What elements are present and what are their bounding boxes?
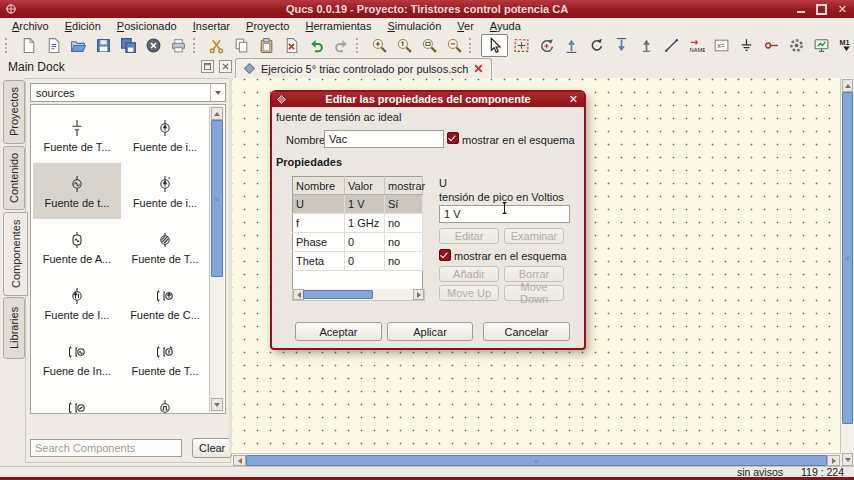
menu-insertar[interactable]: Insertar	[185, 19, 238, 33]
menu-archivo[interactable]: Archivo	[4, 19, 57, 33]
scroll-left-icon[interactable]	[233, 455, 246, 466]
table-row-selected[interactable]: U 1 V Sí	[293, 195, 423, 214]
set-marker-button[interactable]: M1	[835, 35, 854, 56]
pointer-button[interactable]	[481, 34, 508, 57]
component-item[interactable]: Pulso de Te...	[121, 387, 209, 414]
edit-button[interactable]: Editar	[439, 228, 499, 244]
menu-ayuda[interactable]: Ayuda	[482, 19, 529, 33]
menu-herramientas[interactable]: Herramientas	[297, 19, 379, 33]
close-icon[interactable]: ✕	[838, 4, 847, 15]
component-item[interactable]: Fuente de I...	[33, 275, 121, 331]
clear-button[interactable]: Clear	[192, 438, 232, 458]
insert-equation-button[interactable]: x=	[710, 35, 733, 56]
canvas-vertical-scrollbar[interactable]: ≡	[840, 78, 854, 467]
undo-button[interactable]	[305, 35, 328, 56]
dialog-close-icon[interactable]: ✕	[569, 93, 578, 106]
cancel-button[interactable]: Cancelar	[483, 322, 570, 341]
column-header[interactable]: Valor	[345, 177, 385, 195]
scrollbar-thumb[interactable]: ≡	[246, 455, 827, 466]
save-button[interactable]	[92, 35, 115, 56]
ok-button[interactable]: Aceptar	[295, 322, 382, 341]
component-item[interactable]: Fuente de T...	[33, 107, 121, 163]
scrollbar-thumb[interactable]: ≡	[211, 120, 223, 277]
delete-button[interactable]	[280, 35, 303, 56]
rotate-button[interactable]	[535, 35, 558, 56]
zoom-in-button[interactable]	[368, 35, 391, 56]
component-item[interactable]: Fuene de In...	[33, 331, 121, 387]
zoom-reset-button[interactable]	[393, 35, 416, 56]
insert-wire-label-button[interactable]: NAME	[685, 35, 708, 56]
tab-close-icon[interactable]	[474, 64, 483, 73]
component-item[interactable]: Fuente de T...	[121, 219, 209, 275]
search-input[interactable]	[30, 439, 182, 457]
dock-tab-contenido[interactable]: Contenido	[3, 146, 25, 210]
component-item[interactable]: Fuente de A...	[33, 219, 121, 275]
insert-port-button[interactable]	[760, 35, 783, 56]
component-item-selected[interactable]: Fuente de t...	[33, 163, 121, 219]
scroll-down-icon[interactable]	[211, 398, 223, 411]
cut-button[interactable]	[205, 35, 228, 56]
name-input[interactable]: Vac	[324, 130, 444, 148]
dock-tab-libraries[interactable]: Libraries	[3, 297, 25, 359]
new-file-button[interactable]	[17, 35, 40, 56]
view-data-display-button[interactable]	[810, 35, 833, 56]
dock-close-button[interactable]	[219, 60, 232, 73]
menu-simulacion[interactable]: Simulación	[379, 19, 449, 33]
mirror-about-x-button[interactable]	[610, 35, 633, 56]
zoom-out-button[interactable]	[443, 35, 466, 56]
menu-edicion[interactable]: Edición	[57, 19, 109, 33]
scrollbar-thumb[interactable]: ≡	[842, 92, 853, 424]
copy-button[interactable]	[230, 35, 253, 56]
scroll-right-icon[interactable]	[413, 289, 424, 300]
table-row[interactable]: f 1 GHz no	[293, 214, 423, 233]
scroll-up-icon[interactable]	[842, 79, 853, 92]
document-tab[interactable]: Ejercicio 5° triac controlado por pulsos…	[235, 58, 492, 78]
scroll-down-icon[interactable]	[842, 453, 853, 466]
apply-button[interactable]: Aplicar	[387, 322, 473, 341]
component-item[interactable]: Fuente de C...	[121, 275, 209, 331]
move-down-button[interactable]: Move Down	[504, 285, 564, 301]
scrollbar-thumb[interactable]	[303, 290, 373, 299]
remove-button[interactable]: Borrar	[504, 266, 564, 282]
rotate-ccw-button[interactable]	[585, 35, 608, 56]
close-file-button[interactable]	[142, 35, 165, 56]
flip-vertical-button[interactable]	[635, 35, 658, 56]
component-item[interactable]: Fuente de i...	[121, 163, 209, 219]
insert-wire-button[interactable]	[660, 35, 683, 56]
column-header[interactable]: Nombre	[293, 177, 345, 195]
browse-button[interactable]: Examinar	[504, 228, 564, 244]
new-text-button[interactable]	[42, 35, 65, 56]
print-button[interactable]	[167, 35, 190, 56]
zoom-fit-button[interactable]	[418, 35, 441, 56]
table-row[interactable]: Theta 0 no	[293, 252, 423, 271]
table-row[interactable]: Phase 0 no	[293, 233, 423, 252]
minimize-icon[interactable]	[797, 11, 805, 13]
redo-button[interactable]	[330, 35, 353, 56]
component-item[interactable]: Fuente de T...	[33, 387, 121, 414]
component-category-select[interactable]: sources	[30, 83, 226, 102]
open-file-button[interactable]	[67, 35, 90, 56]
move-up-button[interactable]: Move Up	[439, 285, 499, 301]
paste-button[interactable]	[255, 35, 278, 56]
show-property-checkbox[interactable]	[439, 249, 451, 261]
add-button[interactable]: Añadir	[439, 266, 499, 282]
save-all-button[interactable]	[117, 35, 140, 56]
table-horizontal-scrollbar[interactable]	[292, 289, 425, 301]
dock-float-button[interactable]	[201, 60, 214, 73]
simulate-button[interactable]	[785, 35, 808, 56]
mirror-about-y-button[interactable]	[560, 35, 583, 56]
scroll-up-icon[interactable]	[211, 107, 223, 120]
insert-ground-button[interactable]	[735, 35, 758, 56]
column-header[interactable]: mostrar	[385, 177, 423, 195]
maximize-icon[interactable]	[816, 4, 827, 15]
component-item[interactable]: Fuente de i...	[121, 107, 209, 163]
menu-proyecto[interactable]: Proyecto	[238, 19, 297, 33]
show-in-schematic-checkbox[interactable]	[447, 132, 459, 144]
scroll-right-icon[interactable]	[827, 455, 840, 466]
dock-tab-componentes[interactable]: Componentes	[3, 212, 28, 296]
canvas-horizontal-scrollbar[interactable]: ≡	[232, 453, 841, 467]
menu-posicionado[interactable]: Posicionado	[109, 19, 185, 33]
component-item[interactable]: Fuente de T...	[121, 331, 209, 387]
dock-tab-proyectos[interactable]: Proyectos	[3, 80, 25, 144]
select-component-button[interactable]	[510, 35, 533, 56]
